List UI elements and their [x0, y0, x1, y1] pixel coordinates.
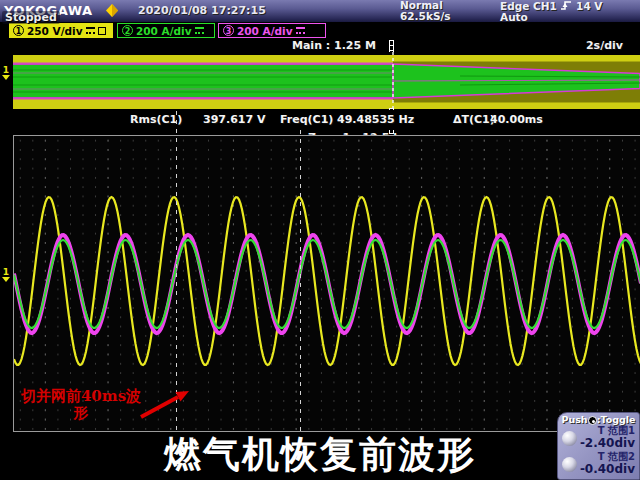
- red-annotation: 切并网前40ms波 形: [16, 388, 146, 422]
- trigger-info: Edge CH1 14 V Auto: [500, 0, 603, 23]
- measurement-bar: Rms(C1) 397.617 V Freq(C1) 49.48535 Hz Δ…: [0, 110, 640, 130]
- trigger-position-marker-icon[interactable]: [389, 40, 394, 52]
- time-cursor-2[interactable]: [300, 130, 301, 432]
- measurement-rms-label: Rms(C1): [130, 113, 182, 126]
- channel-1-number: 1: [13, 25, 24, 36]
- main-record-label: Main : 1.25 M: [292, 39, 376, 52]
- brand-diamond-icon: [104, 3, 120, 18]
- channel-2-badge[interactable]: 2 200 A/div: [117, 23, 215, 38]
- measurement-dt-value: 40.00ms: [490, 113, 543, 126]
- knob-sphere-icon[interactable]: [562, 431, 577, 446]
- channel-3-scale: 200 A/div: [237, 25, 293, 37]
- channel-badge-row: 1 250 V/div 2 200 A/div 3 200 A/div: [0, 22, 640, 40]
- acquisition-info: Normal 62.5kS/s: [400, 0, 451, 22]
- channel-2-scale: 200 A/div: [136, 25, 192, 37]
- annotation-line2: 形: [16, 405, 146, 422]
- trigger-level-label: 14 V: [576, 0, 602, 12]
- run-status-badge: Stopped: [2, 11, 60, 24]
- oscilloscope-screen: YOKOGAWA 2020/01/08 17:27:15 Normal 62.5…: [0, 0, 640, 480]
- push-knob-icon[interactable]: [588, 416, 597, 425]
- edge-trigger-icon: [560, 0, 572, 11]
- main-timebase-label: 2s/div: [586, 39, 623, 52]
- knob-title-prefix: Push: [561, 414, 587, 425]
- measurement-freq-value: 49.48535 Hz: [337, 113, 414, 126]
- knob-row-2[interactable]: T 范围2 -0.40div: [560, 451, 637, 477]
- red-arrow-icon: [138, 384, 198, 424]
- sample-rate-label: 62.5kS/s: [400, 11, 451, 22]
- channel-3-badge[interactable]: 3 200 A/div: [218, 23, 326, 38]
- probe-icon: [98, 27, 106, 35]
- ch1-position-marker[interactable]: 1: [0, 268, 12, 282]
- annotation-line1: 切并网前40ms波: [16, 388, 146, 405]
- overview-waveform-strip: 1: [0, 52, 640, 110]
- knob-title-suffix: :Toggle: [597, 414, 636, 425]
- knob-2-value: -0.40div: [580, 463, 635, 476]
- channel-3-number: 3: [223, 25, 234, 36]
- datetime-label: 2020/01/08 17:27:15: [138, 4, 266, 17]
- knob-row-1[interactable]: T 范围1 -2.40div: [560, 425, 637, 451]
- knob-panel-title: Push:Toggle: [560, 414, 637, 425]
- trace-ch3-current: [14, 235, 640, 333]
- channel-2-number: 2: [122, 25, 133, 36]
- knob-sphere-icon[interactable]: [562, 457, 577, 472]
- dc-coupling-icon: [195, 27, 204, 34]
- knob-1-value: -2.40div: [580, 437, 635, 450]
- caption-title: 燃气机恢复前波形: [0, 429, 640, 480]
- measurement-freq-label: Freq(C1): [280, 113, 333, 126]
- measurement-dt-label: ΔT(C1): [453, 113, 495, 126]
- ch1-position-marker[interactable]: 1: [0, 66, 12, 80]
- knob-toggle-panel: Push:Toggle T 范围1 -2.40div T 范围2 -0.40di…: [557, 412, 640, 480]
- channel-1-scale: 250 V/div: [27, 25, 83, 37]
- dc-coupling-icon: [296, 27, 305, 34]
- dc-coupling-icon: [86, 27, 95, 34]
- channel-1-badge[interactable]: 1 250 V/div: [9, 23, 113, 38]
- overview-waveform-graphic: [0, 52, 640, 110]
- measurement-rms-value: 397.617 V: [203, 113, 265, 126]
- top-status-bar: YOKOGAWA 2020/01/08 17:27:15 Normal 62.5…: [0, 0, 640, 22]
